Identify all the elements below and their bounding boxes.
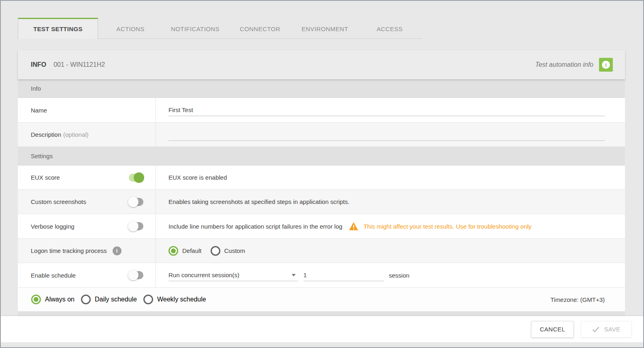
test-settings-page: TEST SETTINGS ACTIONS NOTIFICATIONS CONN… <box>0 0 644 348</box>
eux-score-row: EUX score EUX score is enabled <box>18 166 625 190</box>
test-automation-info-label: Test automation info <box>535 61 594 68</box>
description-label-text: Description <box>31 131 61 138</box>
tab-bar: TEST SETTINGS ACTIONS NOTIFICATIONS CONN… <box>18 18 643 39</box>
enable-schedule-content: Run concurrent session(s) session <box>156 263 625 287</box>
description-label: Description (optional) <box>18 123 156 146</box>
radio-option-always-on[interactable]: Always on <box>31 295 75 304</box>
logon-tracking-row: Logon time tracking process i Default Cu… <box>18 239 625 263</box>
logon-tracking-label: Logon time tracking process <box>31 247 107 254</box>
panel-title: INFO <box>31 61 46 68</box>
description-content <box>156 123 625 146</box>
name-input[interactable] <box>168 104 605 116</box>
session-count-input[interactable] <box>303 269 384 281</box>
radio-default[interactable] <box>168 246 178 256</box>
radio-default-label: Default <box>182 247 202 254</box>
tab-group: ACTIONS NOTIFICATIONS CONNECTOR ENVIRONM… <box>98 19 422 39</box>
tab-environment[interactable]: ENVIRONMENT <box>292 19 357 38</box>
name-row: Name <box>18 98 625 123</box>
logon-tracking-radio-group: Default Custom <box>168 246 245 256</box>
radio-custom-label: Custom <box>224 247 245 254</box>
verbose-logging-label-cell: Verbose logging <box>18 214 156 238</box>
custom-screenshots-label-cell: Custom screenshots <box>18 190 156 214</box>
section-info: Info <box>18 79 625 98</box>
name-label: Name <box>18 98 156 122</box>
enable-schedule-label-cell: Enable schedule <box>18 263 156 287</box>
description-optional-text: (optional) <box>63 131 89 138</box>
toggle-thumb <box>134 172 144 183</box>
eux-score-description: EUX score is enabled <box>156 166 625 189</box>
info-icon: i <box>602 61 610 69</box>
custom-screenshots-label: Custom screenshots <box>31 198 86 205</box>
radio-option-default[interactable]: Default <box>168 246 202 256</box>
custom-screenshots-description: Enables taking screenshots at specified … <box>156 190 625 214</box>
radio-custom[interactable] <box>211 246 220 256</box>
schedule-mode-row: Always on Daily schedule Weekly schedule… <box>18 288 625 312</box>
eux-score-label-cell: EUX score <box>18 166 156 189</box>
radio-option-custom[interactable]: Custom <box>211 246 245 256</box>
tab-notifications[interactable]: NOTIFICATIONS <box>163 19 228 38</box>
session-unit-label: session <box>389 272 409 279</box>
info-icon[interactable]: i <box>113 246 122 255</box>
toggle-thumb <box>128 270 139 280</box>
verbose-logging-row: Verbose logging Include line numbers for… <box>18 214 625 239</box>
verbose-logging-content: Include line numbers for application scr… <box>156 214 625 238</box>
verbose-logging-description: Include line numbers for application scr… <box>168 223 342 230</box>
radio-always-on-label: Always on <box>45 296 75 303</box>
panel-subtitle: 001 - WIN1121H2 <box>53 61 105 68</box>
radio-option-weekly-schedule[interactable]: Weekly schedule <box>143 295 206 304</box>
tab-actions[interactable]: ACTIONS <box>98 19 163 38</box>
eux-score-label: EUX score <box>31 174 60 181</box>
schedule-mode-radio-group: Always on Daily schedule Weekly schedule <box>31 295 206 304</box>
settings-panel: INFO 001 - WIN1121H2 Test automation inf… <box>18 50 625 316</box>
save-button-label: SAVE <box>604 326 620 333</box>
description-input[interactable] <box>168 129 605 141</box>
description-row: Description (optional) <box>18 123 625 147</box>
footer-action-bar: CANCEL SAVE <box>1 316 643 342</box>
toggle-thumb <box>128 197 139 207</box>
header-right: Test automation info i <box>535 58 613 72</box>
section-settings: Settings <box>18 147 625 166</box>
session-mode-value: Run concurrent session(s) <box>168 272 239 278</box>
toggle-thumb <box>128 221 139 231</box>
test-automation-info-button[interactable]: i <box>599 58 613 72</box>
radio-option-daily-schedule[interactable]: Daily schedule <box>81 295 137 304</box>
next-section-cut <box>18 312 625 316</box>
eux-score-toggle[interactable] <box>128 172 144 183</box>
timezone-label: Timezone: (GMT+3) <box>550 296 605 303</box>
verbose-logging-label: Verbose logging <box>31 223 75 230</box>
custom-screenshots-toggle[interactable] <box>128 197 144 207</box>
warning-icon <box>349 222 358 231</box>
radio-daily-schedule-label: Daily schedule <box>95 296 137 303</box>
enable-schedule-toggle[interactable] <box>128 270 144 280</box>
radio-weekly-schedule[interactable] <box>143 295 153 304</box>
session-mode-select[interactable]: Run concurrent session(s) <box>168 269 298 281</box>
save-button[interactable]: SAVE <box>581 321 632 338</box>
tab-access[interactable]: ACCESS <box>357 19 422 38</box>
verbose-logging-warning: This might affect your test results. Use… <box>363 223 531 230</box>
logon-tracking-content: Default Custom <box>156 239 625 263</box>
tab-connector[interactable]: CONNECTOR <box>228 19 292 38</box>
tab-test-settings[interactable]: TEST SETTINGS <box>18 18 98 39</box>
enable-schedule-label: Enable schedule <box>31 272 76 279</box>
radio-weekly-schedule-label: Weekly schedule <box>157 296 206 303</box>
name-content <box>156 98 625 122</box>
caret-down-icon <box>292 274 296 276</box>
radio-always-on[interactable] <box>31 295 41 304</box>
logon-tracking-label-cell: Logon time tracking process i <box>18 239 156 263</box>
panel-header: INFO 001 - WIN1121H2 Test automation inf… <box>18 50 625 79</box>
check-icon <box>592 327 599 332</box>
enable-schedule-row: Enable schedule Run concurrent session(s… <box>18 263 625 288</box>
radio-daily-schedule[interactable] <box>81 295 91 304</box>
verbose-logging-toggle[interactable] <box>128 221 144 231</box>
custom-screenshots-row: Custom screenshots Enables taking screen… <box>18 190 625 214</box>
cancel-button[interactable]: CANCEL <box>531 321 574 338</box>
